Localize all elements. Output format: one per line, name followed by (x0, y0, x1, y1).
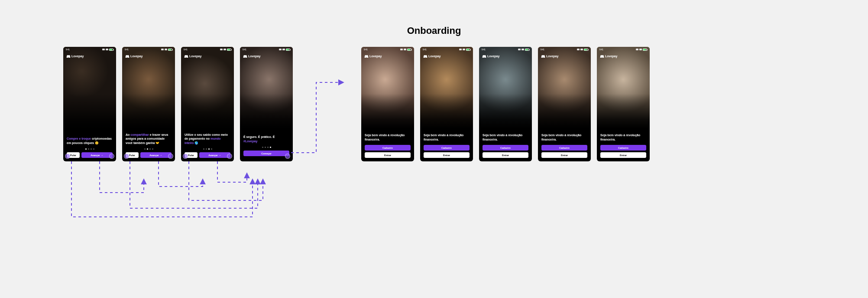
screen-content: Seja bem vindo à revolução financeira.Ca… (538, 133, 591, 161)
status-time: 9:41 (243, 49, 246, 51)
signal-icon (102, 49, 105, 50)
status-indicators (279, 49, 290, 51)
page-dot (206, 148, 207, 150)
wifi-icon (165, 49, 167, 50)
battery-icon (286, 49, 290, 51)
screen-content: Compre e troque criptomoedas em poucos c… (63, 137, 116, 161)
page-dot (208, 148, 210, 150)
message-accent-text: compartilhar (130, 133, 149, 136)
tap-indicator-icon (65, 154, 70, 159)
screen-content: É seguro. É prático. É #LovepayComeçar (240, 135, 293, 161)
page-dot (85, 148, 87, 150)
onboarding-message: Compre e troque criptomoedas em poucos c… (67, 137, 113, 145)
status-bar: 9:41 (597, 47, 650, 52)
brand-logo: Lovepay (600, 55, 617, 58)
page-dot (265, 147, 266, 148)
wifi-icon (639, 49, 642, 50)
welcome-message: Seja bem vindo à revolução financeira. (600, 133, 646, 141)
onboarding-screen-4: 9:41LovepayÉ seguro. É prático. É #Lovep… (240, 47, 293, 161)
onboarding-screen-3: 9:41LovepayUtilize o seu saldo como meio… (181, 47, 234, 161)
advance-label: Avançar (149, 154, 159, 157)
login-button[interactable]: Entrar (424, 152, 470, 158)
brand-name: Lovepay (546, 55, 558, 58)
status-indicators (577, 49, 588, 51)
signup-button[interactable]: Cadastro (483, 145, 528, 151)
screen-content: Seja bem vindo à revolução financeira.Ca… (597, 133, 650, 161)
hero-image (538, 47, 591, 128)
brand-logo: Lovepay (424, 55, 440, 58)
hero-image (479, 47, 532, 128)
logo-mark-icon (243, 55, 247, 58)
brand-name: Lovepay (605, 55, 617, 58)
status-indicators (636, 49, 647, 51)
onboarding-message: Utilize o seu saldo como meio de pagamen… (185, 133, 230, 145)
tap-indicator-icon (109, 154, 114, 159)
status-indicators (459, 49, 470, 51)
logo-mark-icon (185, 55, 188, 58)
status-bar: 9:41 (361, 47, 414, 52)
login-button[interactable]: Entrar (365, 152, 411, 158)
phone-row: 9:41LovepayCompre e troque criptomoedas … (63, 47, 868, 161)
signup-button[interactable]: Cadastro (541, 145, 587, 151)
page-indicator (243, 147, 289, 148)
message-text: Utilize o seu saldo como meio de pagamen… (185, 133, 228, 140)
brand-logo: Lovepay (185, 55, 201, 58)
brand-name: Lovepay (428, 55, 440, 58)
signal-icon (220, 49, 223, 50)
status-indicators (220, 49, 231, 51)
battery-icon (525, 49, 529, 51)
brand-name: Lovepay (248, 55, 260, 58)
hero-image (122, 47, 175, 128)
advance-label: Avançar (208, 154, 218, 157)
status-indicators (400, 49, 411, 51)
hero-image (420, 47, 473, 128)
hero-image (597, 47, 650, 128)
wifi-icon (580, 49, 583, 50)
wifi-icon (223, 49, 226, 50)
advance-button[interactable]: Avançar→ (199, 152, 230, 158)
welcome-screen-4: 9:41LovepaySeja bem vindo à revolução fi… (538, 47, 591, 161)
signup-button[interactable]: Cadastro (424, 145, 470, 151)
brand-logo: Lovepay (483, 55, 499, 58)
signal-icon (459, 49, 462, 50)
arrow-right-icon: → (101, 154, 104, 157)
tap-indicator-icon (227, 154, 232, 159)
message-text: Ao (126, 133, 130, 136)
login-button[interactable]: Entrar (541, 152, 587, 158)
screen-content: Ao compartilhar e trazer seus amigos par… (122, 133, 175, 161)
advance-button[interactable]: Avançar→ (140, 152, 172, 158)
screen-content: Seja bem vindo à revolução financeira.Ca… (479, 133, 532, 161)
login-button[interactable]: Entrar (483, 152, 528, 158)
battery-icon (643, 49, 647, 51)
wifi-icon (106, 49, 108, 50)
page-dot (91, 148, 92, 150)
status-time: 9:41 (184, 49, 188, 51)
status-bar: 9:41 (420, 47, 473, 52)
page-dot (144, 148, 146, 150)
screen-content: Seja bem vindo à revolução financeira.Ca… (361, 133, 414, 161)
login-button[interactable]: Entrar (600, 152, 646, 158)
battery-icon (584, 49, 588, 51)
status-time: 9:41 (66, 49, 70, 51)
advance-button[interactable]: Avançar→ (81, 152, 113, 158)
advance-label: Avançar (91, 154, 100, 157)
signal-icon (400, 49, 403, 50)
signup-button[interactable]: Cadastro (365, 145, 411, 151)
tap-indicator-icon (168, 154, 173, 159)
button-row: PularAvançar→ (126, 152, 172, 158)
logo-mark-icon (126, 55, 129, 58)
begin-button[interactable]: Começar (243, 151, 289, 156)
screen-content: Utilize o seu saldo como meio de pagamen… (181, 133, 234, 161)
signup-button[interactable]: Cadastro (600, 145, 646, 151)
welcome-message: Seja bem vindo à revolução financeira. (541, 133, 587, 141)
battery-icon (407, 49, 411, 51)
status-bar: 9:41 (63, 47, 116, 52)
status-time: 9:41 (482, 49, 486, 51)
page-dot (88, 148, 89, 150)
brand-name: Lovepay (369, 55, 382, 58)
status-indicators (518, 49, 529, 51)
page-indicator (67, 148, 113, 150)
button-row: PularAvançar→ (185, 152, 230, 158)
onboarding-message: Ao compartilhar e trazer seus amigos par… (126, 133, 172, 145)
page-dot (267, 147, 269, 148)
